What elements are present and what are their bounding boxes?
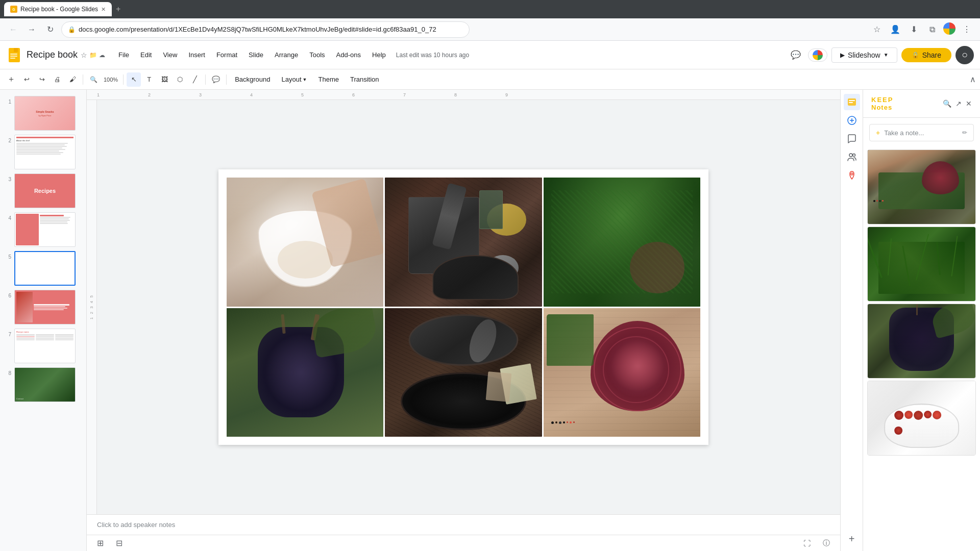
app-logo[interactable] xyxy=(6,47,22,63)
toolbar-divider-3 xyxy=(205,74,206,85)
shapes-button[interactable]: ⬡ xyxy=(173,72,187,87)
slide-item-8[interactable]: 8 Contact xyxy=(0,365,86,404)
transition-button[interactable]: Transition xyxy=(345,73,384,85)
browser-tab[interactable]: G Recipe book - Google Slides ✕ xyxy=(4,2,112,16)
slide-view-button[interactable]: ⊞ xyxy=(93,536,108,550)
zoom-level[interactable]: 100% xyxy=(102,72,120,87)
menu-arrange[interactable]: Arrange xyxy=(270,49,303,61)
background-button[interactable]: Background xyxy=(230,73,275,85)
menu-edit[interactable]: Edit xyxy=(135,49,157,61)
photo-onion xyxy=(544,308,700,437)
share-button[interactable]: 🔒 Share xyxy=(901,48,951,62)
google-account-switcher[interactable] xyxy=(808,48,827,62)
zoom-out-button[interactable]: 🔍 xyxy=(86,72,101,87)
svg-rect-6 xyxy=(10,58,15,59)
keep-note-4[interactable] xyxy=(867,381,976,456)
paint-format-button[interactable]: 🖌 xyxy=(65,72,80,87)
share-label: Share xyxy=(922,51,941,59)
menu-slide[interactable]: Slide xyxy=(243,49,268,61)
grid-view-icon: ⊟ xyxy=(116,538,122,548)
maps-icon[interactable] xyxy=(844,167,860,184)
help-button[interactable]: ⓘ xyxy=(819,537,834,550)
text-box-button[interactable]: T xyxy=(142,72,156,87)
keep-note-1[interactable] xyxy=(867,149,976,224)
forward-button[interactable]: → xyxy=(24,22,39,37)
slide-item-5[interactable]: 5 xyxy=(0,249,86,288)
menu-format[interactable]: Format xyxy=(211,49,242,61)
menu-view[interactable]: View xyxy=(158,49,182,61)
svg-text:G: G xyxy=(12,8,15,11)
folder-icon[interactable]: 📁 xyxy=(89,52,97,59)
address-bar[interactable]: 🔒 docs.google.com/presentation/d/1XEcBe1… xyxy=(61,21,470,38)
add-panel-button[interactable]: + xyxy=(844,531,860,547)
profile-icon[interactable]: 👤 xyxy=(888,22,902,37)
slide-item-6[interactable]: 6 xyxy=(0,288,86,327)
slideshow-button[interactable]: ▶ Slideshow ▼ xyxy=(831,47,897,63)
slide-canvas[interactable] xyxy=(218,169,708,445)
cursor-button[interactable]: ↖ xyxy=(127,72,141,87)
slides-panel: 1 Simple Snacks by Ryan Price 2 About th… xyxy=(0,90,87,551)
chromium-icon[interactable] xyxy=(943,22,955,35)
people-icon[interactable] xyxy=(844,149,860,165)
new-tab-button[interactable]: + xyxy=(116,5,120,14)
speaker-notes[interactable]: Click to add speaker notes xyxy=(87,514,840,535)
status-bar: ⊞ ⊟ ⛶ ⓘ xyxy=(87,535,840,551)
last-edit-text: Last edit was 10 hours ago xyxy=(396,52,469,59)
reload-button[interactable]: ↻ xyxy=(43,22,57,37)
menu-addons[interactable]: Add-ons xyxy=(331,49,366,61)
account-avatar[interactable]: ○ xyxy=(955,46,974,64)
more-options-icon[interactable]: ⋮ xyxy=(960,22,974,37)
keep-note-2[interactable] xyxy=(867,227,976,302)
chat-icon[interactable] xyxy=(844,131,860,147)
present-button[interactable]: ⛶ xyxy=(799,537,815,550)
toolbar-divider-1 xyxy=(83,74,83,85)
lines-button[interactable]: ╱ xyxy=(188,72,202,87)
add-slide-button[interactable]: ＋ xyxy=(4,72,18,87)
grid-view-button[interactable]: ⊟ xyxy=(112,536,127,550)
redo-button[interactable]: ↪ xyxy=(35,72,49,87)
keep-notes-panel-icon[interactable] xyxy=(844,94,860,110)
keep-close-icon[interactable]: ✕ xyxy=(966,99,972,108)
comment-button[interactable]: 💬 xyxy=(209,72,223,87)
take-note-area[interactable]: + Take a note... ✏ xyxy=(869,124,974,141)
menu-file[interactable]: File xyxy=(113,49,134,61)
comments-icon[interactable] xyxy=(844,112,860,129)
keep-search-icon[interactable]: 🔍 xyxy=(943,99,951,108)
bookmark-icon[interactable]: ☆ xyxy=(870,22,884,37)
download-icon[interactable]: ⬇ xyxy=(906,22,921,37)
undo-button[interactable]: ↩ xyxy=(19,72,34,87)
keep-open-icon[interactable]: ↗ xyxy=(955,99,962,108)
svg-point-11 xyxy=(849,154,852,157)
toolbar-collapse-button[interactable]: ∧ xyxy=(970,74,976,84)
menu-help[interactable]: Help xyxy=(367,49,391,61)
keep-note-3[interactable] xyxy=(867,304,976,379)
print-button[interactable]: 🖨 xyxy=(50,72,64,87)
ruler-marks: 1 2 3 4 5 6 7 8 9 xyxy=(97,92,556,97)
comment-icon[interactable]: 💬 xyxy=(788,47,804,63)
menu-insert[interactable]: Insert xyxy=(183,49,210,61)
image-button[interactable]: 🖼 xyxy=(157,72,172,87)
star-icon[interactable]: ☆ xyxy=(81,51,87,59)
slide-item-4[interactable]: 4 xyxy=(0,210,86,249)
slide-item-7[interactable]: 7 Recipe name xyxy=(0,327,86,365)
keep-note-image-1 xyxy=(868,150,975,224)
slide-item-3[interactable]: 3 Recipes xyxy=(0,171,86,210)
header-menu: File Edit View Insert Format Slide Arran… xyxy=(113,49,469,61)
tab-close-button[interactable]: ✕ xyxy=(101,6,106,13)
slide-item-2[interactable]: 2 About the chef xyxy=(0,133,86,171)
window-icon[interactable]: ⧉ xyxy=(925,22,939,37)
svg-rect-4 xyxy=(10,54,17,55)
slide-thumb-5 xyxy=(14,251,76,286)
doc-title[interactable]: Recipe book xyxy=(27,49,78,60)
take-note-plus-icon: + xyxy=(876,129,880,137)
cloud-icon[interactable]: ☁ xyxy=(99,52,105,59)
slide-number-3: 3 xyxy=(4,177,11,182)
back-button[interactable]: ← xyxy=(6,22,20,37)
slide-thumb-8: Contact xyxy=(14,367,76,402)
layout-button[interactable]: Layout ▼ xyxy=(277,73,312,85)
theme-button[interactable]: Theme xyxy=(313,73,344,85)
slide-item-1[interactable]: 1 Simple Snacks by Ryan Price xyxy=(0,94,86,133)
menu-tools[interactable]: Tools xyxy=(304,49,330,61)
slide-number-2: 2 xyxy=(4,138,11,143)
slide-thumb-6 xyxy=(14,290,76,324)
